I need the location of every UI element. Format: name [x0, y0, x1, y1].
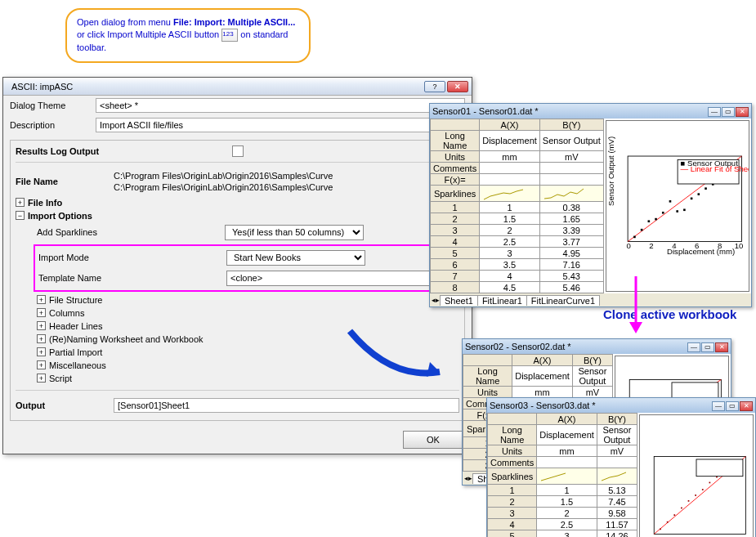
svg-rect-5: [655, 218, 657, 221]
import-ascii-toolbar-icon: 123: [221, 29, 238, 42]
arrow-dialog-to-clone: [342, 323, 456, 388]
svg-marker-59: [629, 322, 642, 333]
dialog-title: ASCII: impASC: [7, 82, 423, 92]
results-log-checkbox[interactable]: [232, 145, 244, 157]
svg-rect-11: [697, 193, 700, 195]
svg-text:6: 6: [695, 241, 699, 250]
svg-rect-46: [681, 508, 682, 509]
columns-tree[interactable]: +Columns: [37, 307, 459, 320]
ascii-impasc-dialog: ASCII: impASC Dialog Theme Description R…: [2, 77, 472, 454]
wb2-title: Sensor02 - Sensor02.dat *: [465, 342, 687, 351]
wb1-plot: ■ Sensor Output — Linear Fit of Sheet1 B…: [606, 120, 749, 292]
workbook-sensor03[interactable]: Sensor03 - Sensor03.dat *—▭✕ A(X)B(Y) Lo…: [486, 397, 756, 537]
wb3-plot: Displacement (mm): [639, 414, 754, 537]
svg-rect-49: [702, 489, 704, 490]
add-sparklines-label: Add Sparklines: [37, 227, 225, 237]
svg-rect-10: [691, 198, 693, 200]
description-label: Description: [10, 120, 96, 130]
wb1-table[interactable]: A(X)B(Y) Long NameDisplacementSensor Out…: [430, 119, 604, 293]
add-sparklines-select[interactable]: Yes(if less than 50 columns): [225, 225, 364, 240]
svg-text:2: 2: [649, 241, 653, 250]
svg-rect-6: [662, 212, 664, 214]
svg-rect-48: [695, 494, 696, 496]
filename-label: File Name: [16, 177, 114, 186]
help-button[interactable]: [424, 81, 445, 92]
wb3-table[interactable]: A(X)B(Y) Long NameDisplacementSensor Out…: [487, 413, 637, 537]
description-input[interactable]: [96, 118, 465, 132]
file-info-tree[interactable]: +File Info: [16, 196, 459, 209]
file-list: C:\Program Files\OriginLab\Origin2016\Sa…: [114, 170, 333, 194]
svg-text:Displacement (mm): Displacement (mm): [667, 247, 735, 256]
svg-rect-45: [673, 514, 675, 516]
svg-rect-12: [705, 187, 707, 190]
file-structure-tree[interactable]: +File Structure: [37, 293, 459, 307]
wb1-title: Sensor01 - Sensor01.dat *: [432, 106, 707, 116]
svg-rect-4: [647, 220, 650, 222]
output-input[interactable]: [114, 398, 459, 413]
wb1-sheet-tabs[interactable]: ◂▸ Sheet1FitLinear1FitLinearCurve1: [430, 293, 751, 307]
output-label: Output: [16, 401, 114, 410]
svg-rect-7: [669, 200, 671, 203]
ok-button[interactable]: OK: [403, 431, 463, 449]
import-mode-select[interactable]: Start New Books: [226, 250, 365, 266]
svg-rect-44: [667, 521, 669, 523]
workbook-sensor01[interactable]: Sensor01 - Sensor01.dat * —▭✕ A(X)B(Y) L…: [429, 103, 752, 307]
svg-rect-47: [688, 500, 690, 502]
template-name-input[interactable]: [226, 271, 436, 286]
results-log-label: Results Log Output: [16, 146, 123, 156]
dialog-theme-input[interactable]: [96, 98, 465, 113]
instruction-callout: Open dialog from menu File: Import: Mult…: [65, 8, 311, 63]
arrow-wb1-to-clone: [620, 276, 652, 340]
svg-rect-8: [676, 210, 678, 213]
svg-rect-9: [683, 208, 686, 211]
svg-rect-3: [641, 229, 643, 231]
close-button[interactable]: [447, 81, 468, 92]
wb1-window-buttons[interactable]: —▭✕: [707, 105, 749, 117]
svg-rect-43: [660, 529, 661, 530]
template-name-label: Template Name: [38, 273, 226, 283]
svg-rect-2: [633, 236, 636, 239]
dialog-theme-label: Dialog Theme: [10, 101, 96, 110]
svg-text:Sensor Output (mV): Sensor Output (mV): [606, 136, 615, 206]
svg-text:10: 10: [735, 241, 744, 250]
highlighted-options: Import Mode Start New Books Template Nam…: [34, 244, 463, 292]
svg-rect-55: [696, 459, 743, 477]
svg-text:8: 8: [718, 241, 722, 250]
dialog-titlebar[interactable]: ASCII: impASC: [3, 78, 472, 96]
svg-rect-50: [709, 482, 711, 484]
svg-text:4: 4: [672, 241, 677, 250]
wb3-title: Sensor03 - Sensor03.dat *: [490, 401, 711, 410]
import-options-tree[interactable]: −Import Options: [16, 209, 459, 222]
svg-text:— Linear Fit of Sheet1 B"Senso: — Linear Fit of Sheet1 B"Sensor Output": [680, 164, 749, 173]
import-mode-label: Import Mode: [38, 253, 226, 262]
svg-text:0: 0: [626, 241, 630, 250]
